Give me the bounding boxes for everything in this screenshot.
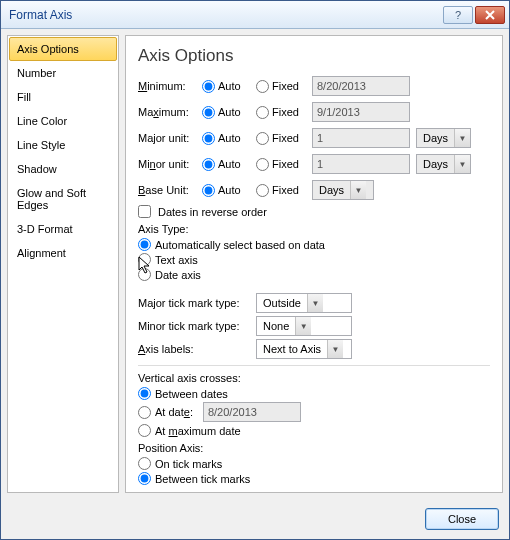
sidebar-item-line-style[interactable]: Line Style (9, 133, 117, 157)
vcross-at-max-radio[interactable] (138, 424, 151, 437)
reverse-order-checkbox[interactable] (138, 205, 151, 218)
close-button[interactable]: Close (425, 508, 499, 530)
minor-unit-combo[interactable]: Days▼ (416, 154, 471, 174)
axis-type-text-radio[interactable] (138, 253, 151, 266)
minimum-fixed-radio[interactable]: Fixed (256, 80, 312, 93)
base-auto-radio[interactable]: Auto (202, 184, 256, 197)
base-unit-combo[interactable]: Days▼ (312, 180, 374, 200)
chevron-down-icon: ▼ (454, 155, 470, 173)
reverse-order-label: Dates in reverse order (158, 206, 267, 218)
sidebar-item-label: Glow and Soft Edges (17, 187, 86, 211)
sidebar-item-number[interactable]: Number (9, 61, 117, 85)
maximum-label: Maximum: (138, 106, 202, 118)
axis-type-auto-radio[interactable] (138, 238, 151, 251)
minor-auto-radio[interactable]: Auto (202, 158, 256, 171)
titlebar: Format Axis ? (1, 1, 509, 29)
chevron-down-icon: ▼ (307, 294, 323, 312)
minor-tick-label: Minor tick mark type: (138, 320, 256, 332)
sidebar-item-shadow[interactable]: Shadow (9, 157, 117, 181)
axis-type-date-radio[interactable] (138, 268, 151, 281)
major-tick-label: Major tick mark type: (138, 297, 256, 309)
panel-heading: Axis Options (138, 46, 490, 66)
sidebar-item-label: Alignment (17, 247, 66, 259)
close-window-button[interactable] (475, 6, 505, 24)
major-fixed-radio[interactable]: Fixed (256, 132, 312, 145)
position-between-radio[interactable] (138, 472, 151, 485)
chevron-down-icon: ▼ (327, 340, 343, 358)
sidebar-item-label: Line Color (17, 115, 67, 127)
base-fixed-radio[interactable]: Fixed (256, 184, 312, 197)
major-auto-radio[interactable]: Auto (202, 132, 256, 145)
sidebar-item-alignment[interactable]: Alignment (9, 241, 117, 265)
sidebar-item-line-color[interactable]: Line Color (9, 109, 117, 133)
vcross-at-date-radio[interactable] (138, 406, 151, 419)
minor-fixed-radio[interactable]: Fixed (256, 158, 312, 171)
help-button[interactable]: ? (443, 6, 473, 24)
position-on-radio[interactable] (138, 457, 151, 470)
major-unit-combo[interactable]: Days▼ (416, 128, 471, 148)
format-axis-dialog: Format Axis ? Axis Options Number Fill L… (0, 0, 510, 540)
vcross-between-radio[interactable] (138, 387, 151, 400)
window-title: Format Axis (9, 8, 441, 22)
maximum-input[interactable] (312, 102, 410, 122)
at-max-label: At maximum date (155, 425, 241, 437)
sidebar-item-label: Number (17, 67, 56, 79)
sidebar-item-glow[interactable]: Glow and Soft Edges (9, 181, 117, 217)
sidebar-item-label: Axis Options (17, 43, 79, 55)
at-date-label: At date: (155, 406, 193, 418)
vertical-crosses-label: Vertical axis crosses: (138, 372, 490, 384)
dialog-footer: Close (1, 499, 509, 539)
sidebar-item-label: 3-D Format (17, 223, 73, 235)
minimum-auto-radio[interactable]: Auto (202, 80, 256, 93)
close-icon (485, 10, 495, 20)
sidebar-item-axis-options[interactable]: Axis Options (9, 37, 117, 61)
axis-type-label: Axis Type: (138, 223, 490, 235)
minor-unit-input[interactable] (312, 154, 410, 174)
axis-labels-label: Axis labels: (138, 343, 256, 355)
sidebar-item-3d-format[interactable]: 3-D Format (9, 217, 117, 241)
maximum-auto-radio[interactable]: Auto (202, 106, 256, 119)
axis-labels-combo[interactable]: Next to Axis▼ (256, 339, 352, 359)
sidebar-item-label: Line Style (17, 139, 65, 151)
sidebar-item-label: Shadow (17, 163, 57, 175)
sidebar-item-label: Fill (17, 91, 31, 103)
chevron-down-icon: ▼ (454, 129, 470, 147)
base-unit-label: Base Unit: (138, 184, 202, 196)
minor-tick-combo[interactable]: None▼ (256, 316, 352, 336)
minor-unit-label: Minor unit: (138, 158, 202, 170)
chevron-down-icon: ▼ (295, 317, 311, 335)
at-date-input[interactable] (203, 402, 301, 422)
minimum-label: Minimum: (138, 80, 202, 92)
chevron-down-icon: ▼ (350, 181, 366, 199)
position-axis-label: Position Axis: (138, 442, 490, 454)
sidebar-item-fill[interactable]: Fill (9, 85, 117, 109)
major-unit-label: Major unit: (138, 132, 202, 144)
axis-options-panel: Axis Options Minimum: Auto Fixed Maximum… (125, 35, 503, 493)
major-unit-input[interactable] (312, 128, 410, 148)
category-sidebar: Axis Options Number Fill Line Color Line… (7, 35, 119, 493)
major-tick-combo[interactable]: Outside▼ (256, 293, 352, 313)
maximum-fixed-radio[interactable]: Fixed (256, 106, 312, 119)
minimum-input[interactable] (312, 76, 410, 96)
